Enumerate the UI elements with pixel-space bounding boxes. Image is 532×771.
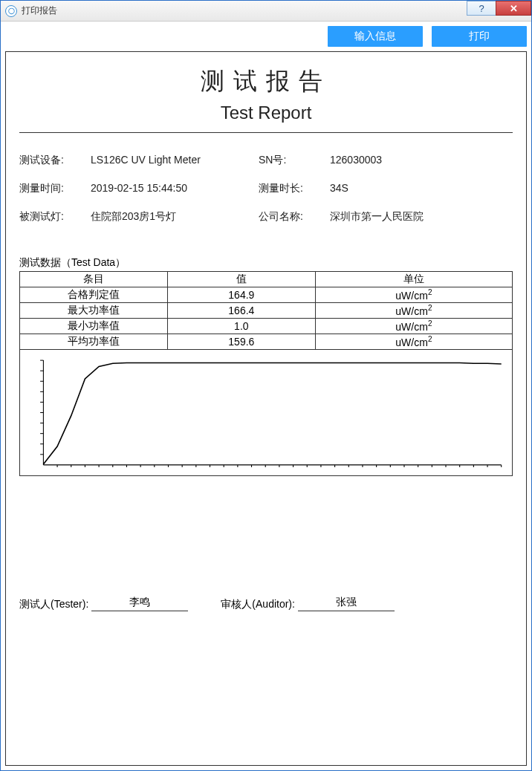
power-line-chart — [27, 356, 505, 469]
table-row: 合格判定值164.9uW/cm2 — [20, 287, 513, 303]
test-data-label: 测试数据（Test Data） — [19, 256, 513, 270]
cell-item: 最小功率值 — [20, 319, 168, 334]
lamp-value: 住院部203房1号灯 — [91, 210, 247, 224]
signatures-row: 测试人(Tester): 李鸣 审核人(Auditor): 张强 — [19, 596, 513, 611]
close-icon: ✕ — [510, 3, 518, 14]
table-row: 最大功率值166.4uW/cm2 — [20, 303, 513, 319]
duration-label: 测量时长: — [259, 182, 318, 195]
action-toolbar: 输入信息 打印 — [5, 26, 527, 47]
window-controls: ? ✕ — [467, 1, 531, 16]
sn-value: 126030003 — [330, 154, 513, 167]
lamp-label: 被测试灯: — [19, 210, 79, 224]
device-value: LS126C UV Light Meter — [91, 154, 247, 167]
metadata-grid: 测试设备: LS126C UV Light Meter SN号: 1260300… — [19, 154, 513, 224]
app-icon: ◯ — [5, 5, 17, 17]
tester-label: 测试人(Tester): — [19, 598, 88, 611]
cell-item: 平均功率值 — [20, 334, 168, 350]
table-header-row: 条目 值 单位 — [20, 272, 513, 287]
print-button[interactable]: 打印 — [432, 26, 527, 47]
cell-value: 1.0 — [167, 319, 315, 334]
cell-item: 最大功率值 — [20, 303, 168, 319]
titlebar[interactable]: ◯ 打印报告 ? ✕ — [1, 1, 531, 22]
auditor-group: 审核人(Auditor): 张强 — [221, 596, 398, 611]
cell-unit: uW/cm2 — [315, 334, 512, 350]
input-info-button[interactable]: 输入信息 — [328, 26, 423, 47]
tester-group: 测试人(Tester): 李鸣 — [19, 596, 191, 611]
company-label: 公司名称: — [259, 210, 318, 224]
time-value: 2019-02-15 15:44:50 — [91, 182, 247, 195]
col-item: 条目 — [20, 272, 168, 287]
col-unit: 单位 — [315, 272, 512, 287]
content-area: 输入信息 打印 测试报告 Test Report 测试设备: LS126C UV… — [1, 22, 531, 770]
time-label: 测量时间: — [19, 182, 79, 195]
print-report-window: ◯ 打印报告 ? ✕ 输入信息 打印 测试报告 Test Report 测试设备… — [0, 0, 532, 771]
report-panel: 测试报告 Test Report 测试设备: LS126C UV Light M… — [5, 51, 527, 766]
window-title: 打印报告 — [22, 4, 57, 17]
auditor-value: 张强 — [298, 596, 395, 611]
auditor-label: 审核人(Auditor): — [221, 598, 295, 611]
divider — [19, 132, 513, 133]
cell-unit: uW/cm2 — [315, 319, 512, 334]
cell-item: 合格判定值 — [20, 287, 168, 303]
close-button[interactable]: ✕ — [496, 1, 531, 16]
sn-label: SN号: — [259, 154, 318, 167]
test-data-table: 条目 值 单位 合格判定值164.9uW/cm2最大功率值166.4uW/cm2… — [19, 271, 513, 350]
report-title-en: Test Report — [19, 103, 513, 123]
cell-value: 164.9 — [167, 287, 315, 303]
company-value: 深圳市第一人民医院 — [330, 210, 513, 224]
cell-unit: uW/cm2 — [315, 303, 512, 319]
table-row: 平均功率值159.6uW/cm2 — [20, 334, 513, 350]
help-button[interactable]: ? — [467, 1, 496, 16]
chart-container — [19, 350, 513, 476]
cell-unit: uW/cm2 — [315, 287, 512, 303]
report-title-cn: 测试报告 — [19, 65, 513, 98]
col-value: 值 — [167, 272, 315, 287]
device-label: 测试设备: — [19, 154, 79, 167]
cell-value: 166.4 — [167, 303, 315, 319]
cell-value: 159.6 — [167, 334, 315, 350]
duration-value: 34S — [330, 182, 513, 195]
tester-value: 李鸣 — [91, 596, 188, 611]
table-row: 最小功率值1.0uW/cm2 — [20, 319, 513, 334]
